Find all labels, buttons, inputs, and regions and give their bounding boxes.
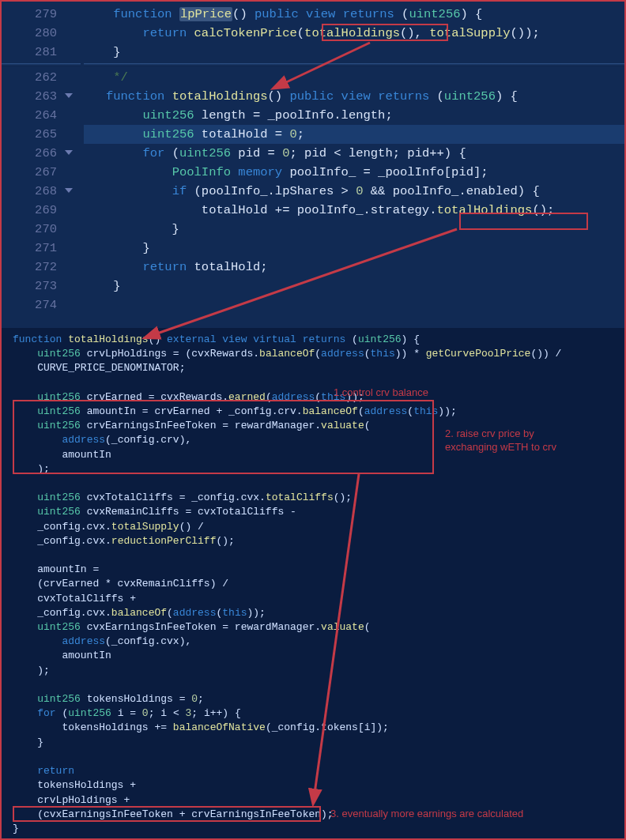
code-line: } (84, 277, 624, 296)
code-line: uint256 cvxRemainCliffs = cvxTotalCliffs… (13, 505, 617, 519)
code-line: */ (84, 68, 624, 87)
code-line: tokensHoldings + (13, 778, 617, 793)
code-line: function lpPrice() public view returns (… (84, 5, 624, 24)
code-line: function totalHoldings() external view v… (13, 333, 617, 347)
lineno[interactable]: 266 (2, 144, 81, 163)
code-line: function totalHoldings() public view ret… (84, 87, 624, 106)
lineno: 270 (2, 220, 81, 239)
lineno: 262 (2, 68, 81, 87)
code-line: (crvEarned * cvxRemainCliffs) / (13, 577, 617, 591)
lineno: 279 (2, 5, 81, 24)
code-line: uint256 length = _poolInfo.length; (84, 106, 624, 125)
lineno: 269 (2, 201, 81, 220)
code-line: amountIn = (13, 563, 617, 577)
gutter-1: 279 280 281 262 263 264 265 266 267 268 … (2, 2, 81, 328)
lineno[interactable]: 263 (2, 87, 81, 106)
lineno: 265 (2, 125, 81, 144)
lineno[interactable]: 268 (2, 182, 81, 201)
code-line: } (13, 736, 617, 750)
code-line: _config.cvx.balanceOf(address(this)); (13, 606, 617, 620)
lineno: 271 (2, 239, 81, 258)
code-line: PoolInfo memory poolInfo_ = _poolInfo[pi… (84, 163, 624, 182)
code-line: if (poolInfo_.lpShares > 0 && poolInfo_.… (84, 182, 624, 201)
code-panel-1: 279 280 281 262 263 264 265 266 267 268 … (2, 0, 624, 328)
code-line: cvxTotalCliffs + (13, 592, 617, 606)
code-line: (cvxEarningsInFeeToken + crvEarningsInFe… (13, 808, 617, 822)
lineno: 272 (2, 258, 81, 277)
code-line: CURVE_PRICE_DENOMINATOR; (13, 361, 617, 375)
code-line: totalHold += poolInfo_.strategy.totalHol… (84, 201, 624, 220)
lineno: 273 (2, 277, 81, 296)
code-line: for (uint256 i = 0; i < 3; i++) { (13, 706, 617, 721)
code-line: } (13, 822, 617, 836)
code-line: for (uint256 pid = 0; pid < length; pid+… (84, 144, 624, 163)
code-line (84, 296, 624, 315)
code-line (13, 678, 617, 692)
code-line: uint256 cvxEarningsInFeeToken = rewardMa… (13, 620, 617, 635)
code-line: address(_config.crv), (13, 433, 617, 447)
code-line: } (84, 220, 624, 239)
code-line: crvLpHoldings + (13, 793, 617, 808)
code-line (13, 548, 617, 563)
code-line: return totalHold; (84, 258, 624, 277)
code-line: } (84, 43, 624, 62)
code-line: tokensHoldings += balanceOfNative(_confi… (13, 721, 617, 735)
code-line: address(_config.cvx), (13, 635, 617, 649)
code-line: uint256 totalHold = 0; (84, 125, 624, 144)
lineno: 274 (2, 296, 81, 315)
lineno: 281 (2, 43, 81, 62)
code-line: uint256 crvEarningsInFeeToken = rewardMa… (13, 419, 617, 433)
code-line (13, 477, 617, 491)
code-line: uint256 tokensHoldings = 0; (13, 692, 617, 706)
code-line: return (13, 764, 617, 778)
code-line: uint256 cvxTotalCliffs = _config.cvx.tot… (13, 491, 617, 505)
code-line: uint256 crvEarned = cvxRewards.earned(ad… (13, 390, 617, 405)
code-1: function lpPrice() public view returns (… (84, 2, 624, 315)
code-line: _config.cvx.reductionPerCliff(); (13, 534, 617, 548)
code-line: _config.cvx.totalSupply() / (13, 520, 617, 534)
code-line: return calcTokenPrice(totalHoldings(), t… (84, 24, 624, 43)
code-panel-2: function totalHoldings() external view v… (2, 328, 624, 840)
code-line: } (84, 239, 624, 258)
code-line: uint256 crvLpHoldings = (cvxRewards.bala… (13, 347, 617, 361)
lineno: 267 (2, 163, 81, 182)
code-line: ); (13, 462, 617, 477)
lineno: 280 (2, 24, 81, 43)
code-line (13, 750, 617, 764)
lineno: 264 (2, 106, 81, 125)
code-line: ); (13, 664, 617, 678)
code-line (13, 376, 617, 390)
code-line: uint256 amountIn = crvEarned + _config.c… (13, 405, 617, 419)
code-line: amountIn (13, 448, 617, 462)
code-line: amountIn (13, 649, 617, 663)
